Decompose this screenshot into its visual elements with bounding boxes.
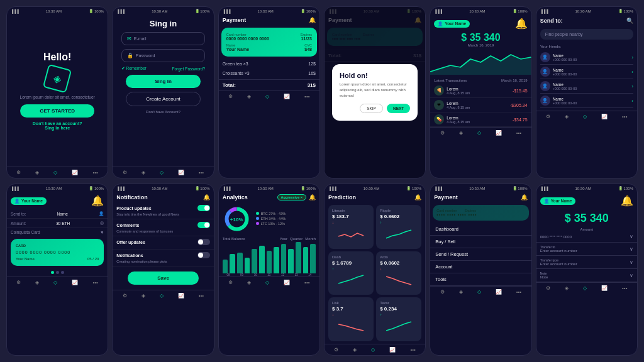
wallet-icon-6[interactable]: ◈ xyxy=(565,114,569,119)
more-icon-7[interactable]: ••• xyxy=(92,280,97,285)
period-quarter[interactable]: Quarter xyxy=(290,237,303,241)
more-icon[interactable]: ••• xyxy=(92,170,97,175)
settings-icon-5[interactable]: ⚙ xyxy=(440,130,445,136)
bell-icon-7[interactable]: 🔔 xyxy=(91,195,104,207)
settings-icon-8[interactable]: ⚙ xyxy=(123,293,127,299)
menu-account[interactable]: Account xyxy=(430,261,531,273)
bell-icon-8[interactable]: 🔔 xyxy=(203,194,210,200)
settings-icon-2[interactable]: ⚙ xyxy=(123,170,127,175)
wallet-icon-10[interactable]: ◈ xyxy=(353,347,357,353)
chart-icon-12[interactable]: 📈 xyxy=(601,285,608,291)
wallet-icon-3[interactable]: ◈ xyxy=(247,94,251,99)
crypto-tezor[interactable]: Tezor $ 0.234 ↑ xyxy=(376,297,421,341)
chart-icon-11[interactable]: 📈 xyxy=(496,289,502,295)
more-icon-3[interactable]: ••• xyxy=(304,94,309,99)
trans-item-1[interactable]: 🍕 Lorem 4 Aug, 8:15 am -$15.45 xyxy=(430,84,531,98)
chart-icon-6[interactable]: 📈 xyxy=(601,114,608,119)
email-field[interactable]: ✉ E-mail xyxy=(121,32,205,45)
diamond-icon-7[interactable]: ◇ xyxy=(53,280,57,285)
toggle-1[interactable] xyxy=(197,205,210,211)
wallet-icon-9[interactable]: ◈ xyxy=(247,280,251,285)
search-icon-6[interactable]: 🔍 xyxy=(626,18,633,24)
friend-4[interactable]: 👤 Name +000 000 00-00 › xyxy=(540,94,633,108)
wallet-icon-7[interactable]: ◈ xyxy=(35,280,39,285)
settings-icon[interactable]: ⚙ xyxy=(16,170,21,175)
chart-icon-3[interactable]: 📈 xyxy=(284,94,290,99)
wallet-icon-11[interactable]: ◈ xyxy=(459,289,463,295)
bell-icon-9[interactable]: 🔔 xyxy=(309,194,316,200)
bell-icon-5[interactable]: 🔔 xyxy=(515,18,528,30)
forgot-password-link[interactable]: Forget Password? xyxy=(172,67,205,71)
more-icon-10[interactable]: ••• xyxy=(410,347,415,353)
transfer-to-row[interactable]: Transfer to Enter account number ∨ xyxy=(536,243,637,256)
diamond-icon[interactable]: ◇ xyxy=(53,170,57,175)
period-year[interactable]: Year xyxy=(280,237,287,241)
diamond-icon-9[interactable]: ◇ xyxy=(265,280,269,285)
settings-icon-7[interactable]: ⚙ xyxy=(16,280,21,285)
crypto-ardo[interactable]: Ardo $ 0.8602 ↓ xyxy=(376,251,421,295)
toggle-3[interactable] xyxy=(197,239,210,245)
settings-icon-12[interactable]: ⚙ xyxy=(546,285,550,291)
more-icon-5[interactable]: ••• xyxy=(516,130,521,136)
skip-button[interactable]: SKIP xyxy=(360,104,383,113)
settings-icon-9[interactable]: ⚙ xyxy=(228,280,233,285)
arrow-icon-2[interactable]: › xyxy=(631,69,633,75)
settings-icon-10[interactable]: ⚙ xyxy=(334,347,338,353)
next-button[interactable]: NEXT xyxy=(387,104,410,113)
wallet-icon-2[interactable]: ◈ xyxy=(142,170,145,175)
search-area[interactable]: Find people nearby xyxy=(540,29,633,40)
sign-in-button[interactable]: Sing In xyxy=(126,75,201,88)
wallet-icon-12[interactable]: ◈ xyxy=(565,285,569,291)
diamond-icon-11[interactable]: ◇ xyxy=(477,289,481,295)
aggressive-badge[interactable]: Aggressive × xyxy=(277,194,306,200)
transfer-type-row[interactable]: Transfer type Enter account number ∨ xyxy=(536,256,637,269)
chart-icon-10[interactable]: 📈 xyxy=(389,347,396,353)
more-icon-12[interactable]: ••• xyxy=(622,285,627,291)
wallet-icon-5[interactable]: ◈ xyxy=(459,130,463,136)
trans-item-2[interactable]: ❤ Lorem 4 Aug, 8:15 am -$305.34 xyxy=(430,98,531,112)
diamond-icon-6[interactable]: ◇ xyxy=(583,114,587,119)
more-icon-8[interactable]: ••• xyxy=(199,293,204,299)
menu-tools[interactable]: Tools xyxy=(430,273,531,286)
diamond-icon-8[interactable]: ◇ xyxy=(160,293,164,299)
period-month[interactable]: Month xyxy=(305,237,316,241)
chart-icon-7[interactable]: 📈 xyxy=(72,280,78,285)
password-field[interactable]: 🔒 Password xyxy=(121,49,205,62)
more-icon-9[interactable]: ••• xyxy=(304,280,309,285)
sign-in-link-text[interactable]: Sing in here xyxy=(45,126,70,130)
chart-icon[interactable]: 📈 xyxy=(72,170,78,175)
crypto-lisk[interactable]: Lisk $ 3.7 ↓ xyxy=(328,297,374,341)
get-started-button[interactable]: GET STARTED xyxy=(20,104,95,118)
wallet-icon[interactable]: ◈ xyxy=(35,170,39,175)
diamond-icon-10[interactable]: ◇ xyxy=(371,347,375,353)
chart-icon-9[interactable]: 📈 xyxy=(284,280,290,285)
bell-icon-11[interactable]: 🔔 xyxy=(521,194,528,200)
friend-1[interactable]: 👤 Name +000 000 00-00 › xyxy=(540,50,633,65)
note-row[interactable]: Note Note ∨ xyxy=(536,269,637,282)
bell-icon-12[interactable]: 🔔 xyxy=(621,195,633,207)
arrow-icon-3[interactable]: › xyxy=(631,84,633,89)
more-icon-6[interactable]: ••• xyxy=(622,114,627,119)
card-number-row[interactable]: 0000 **** **** 0000 ∨ xyxy=(536,231,637,243)
chart-icon-2[interactable]: 📈 xyxy=(178,170,184,175)
crypto-dash[interactable]: Dash $ 1.6789 ↑ xyxy=(328,251,374,295)
settings-icon-6[interactable]: ⚙ xyxy=(546,114,550,119)
menu-buysell[interactable]: Buy / Sell xyxy=(430,236,531,248)
trans-item-3[interactable]: 💊 Lorem 4 Aug, 8:15 am -$34.75 xyxy=(430,112,531,127)
chart-icon-5[interactable]: 📈 xyxy=(496,130,502,136)
diamond-icon-3[interactable]: ◇ xyxy=(265,94,269,99)
wallet-icon-8[interactable]: ◈ xyxy=(142,293,145,299)
diamond-icon-12[interactable]: ◇ xyxy=(583,285,587,291)
menu-sendrequest[interactable]: Send / Request xyxy=(430,248,531,261)
arrow-icon-1[interactable]: › xyxy=(631,55,633,60)
crypto-ripple[interactable]: Ripple $ 0.8602 ↑ xyxy=(376,205,421,249)
bell-icon[interactable]: 🔔 xyxy=(309,17,316,23)
more-icon-11[interactable]: ••• xyxy=(516,289,521,295)
toggle-2[interactable] xyxy=(197,222,210,228)
arrow-icon-4[interactable]: › xyxy=(631,98,633,104)
diamond-icon-5[interactable]: ◇ xyxy=(477,130,481,136)
friend-3[interactable]: 👤 Name +000 000 00-00 › xyxy=(540,79,633,94)
settings-icon-11[interactable]: ⚙ xyxy=(440,289,445,295)
bell-icon-10[interactable]: 🔔 xyxy=(414,194,421,200)
diamond-icon-2[interactable]: ◇ xyxy=(160,170,164,175)
